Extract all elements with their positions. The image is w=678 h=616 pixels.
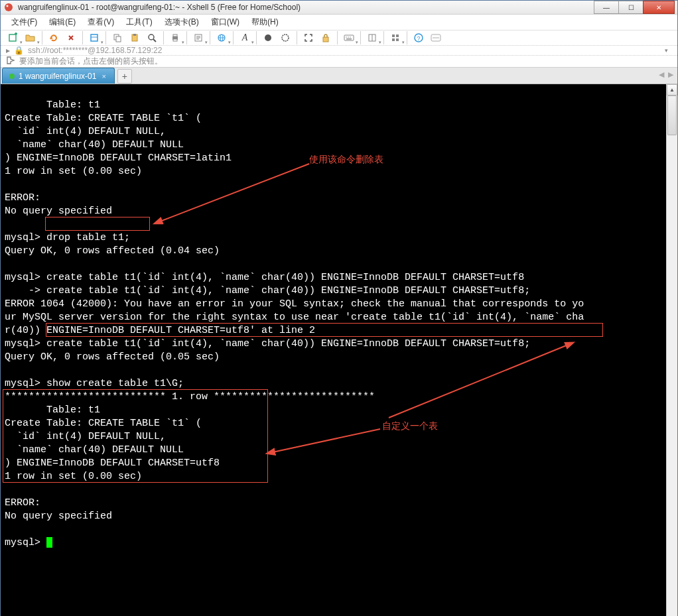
window-title: wangruifenglinux-01 - root@wangruifeng-0… <box>18 3 594 12</box>
info-bar: 要添加当前会话，点击左侧的箭头按钮。 <box>1 56 677 68</box>
terminal-line: mysql> <box>5 537 46 548</box>
terminal-line: Table: t1 <box>5 404 100 416</box>
annotation-2: 自定义一个表 <box>382 419 438 432</box>
session-tab[interactable]: 1 wangruifenglinux-01 × <box>2 68 115 84</box>
paste-icon[interactable] <box>127 31 142 45</box>
svg-point-0 <box>5 3 13 11</box>
properties-icon[interactable] <box>87 31 102 45</box>
scroll-track[interactable] <box>667 95 677 616</box>
terminal-line: ERROR: <box>5 497 40 509</box>
svg-point-21 <box>282 34 289 41</box>
menu-tools[interactable]: 工具(T) <box>121 15 157 30</box>
svg-rect-5 <box>91 34 98 41</box>
annotation-1: 使用该命令删除表 <box>309 153 383 166</box>
toolbar-separator <box>82 31 83 44</box>
toolbar-separator <box>407 31 407 44</box>
info-text: 要添加当前会话，点击左侧的箭头按钮。 <box>19 56 163 67</box>
terminal-line: mysql> create table t1(`id` int(4), `nam… <box>5 272 524 283</box>
toolbar-separator <box>186 31 187 44</box>
menu-file[interactable]: 文件(F) <box>6 15 42 30</box>
terminal[interactable]: Table: t1 Create Table: CREATE TABLE `t1… <box>1 84 666 616</box>
toolbar-separator <box>163 31 164 44</box>
highlight-icon[interactable] <box>278 31 293 45</box>
add-session-icon[interactable]: ▸ <box>6 46 10 55</box>
tab-next-icon[interactable]: ▶ <box>668 70 673 79</box>
svg-point-25 <box>348 36 349 38</box>
disconnect-icon[interactable] <box>64 31 78 45</box>
scroll-thumb[interactable] <box>667 95 677 135</box>
find-icon[interactable] <box>145 31 159 45</box>
lock-icon[interactable] <box>318 31 333 45</box>
app-icon <box>3 2 14 13</box>
terminal-line: `id` int(4) DEFAULT NULL, <box>5 431 166 442</box>
terminal-line: mysql> create table t1(`id` int(4), `nam… <box>5 338 530 349</box>
arrow-1 <box>150 160 316 227</box>
copy-icon[interactable] <box>110 31 125 45</box>
toolbar-separator <box>105 31 106 44</box>
menu-view[interactable]: 查看(V) <box>82 15 119 30</box>
scrollbar[interactable]: ▲ ▼ <box>666 84 677 616</box>
svg-rect-14 <box>173 34 177 36</box>
toolbar-separator <box>256 31 257 44</box>
svg-point-24 <box>346 36 347 38</box>
svg-rect-15 <box>173 39 177 41</box>
lock-small-icon: 🔒 <box>14 46 24 55</box>
svg-rect-32 <box>392 38 395 41</box>
tab-prev-icon[interactable]: ◀ <box>659 70 664 79</box>
window-controls: — ☐ ✕ <box>594 1 675 14</box>
tab-bar: 1 wangruifenglinux-01 × + ◀ ▶ <box>1 68 677 84</box>
new-tab-button[interactable]: + <box>117 69 132 84</box>
maximize-button[interactable]: ☐ <box>618 1 644 14</box>
arrow-2 <box>382 339 581 422</box>
terminal-line: `name` char(40) DEFAULT NULL <box>5 444 184 456</box>
open-icon[interactable] <box>23 31 38 45</box>
help-icon[interactable]: ? <box>411 31 426 45</box>
menu-window[interactable]: 窗口(W) <box>206 15 245 30</box>
tab-close-icon[interactable]: × <box>100 72 107 80</box>
svg-point-20 <box>265 34 271 41</box>
layout-icon[interactable] <box>365 31 379 45</box>
menu-edit[interactable]: 编辑(E) <box>44 15 81 30</box>
address-text[interactable]: ssh://root:********@192.168.57.129:22 <box>28 46 657 55</box>
view-mode-icon[interactable] <box>388 31 403 45</box>
menu-help[interactable]: 帮助(H) <box>246 15 284 30</box>
script-icon[interactable] <box>191 31 206 45</box>
terminal-line: Create Table: CREATE TABLE `t1` ( <box>5 418 202 429</box>
close-button[interactable]: ✕ <box>643 1 675 14</box>
menubar: 文件(F) 编辑(E) 查看(V) 工具(T) 选项卡(B) 窗口(W) 帮助(… <box>1 15 677 31</box>
toolbar-separator <box>297 31 297 44</box>
globe-icon[interactable] <box>214 31 229 45</box>
address-bar[interactable]: ▸ 🔒 ssh://root:********@192.168.57.129:2… <box>1 46 677 56</box>
svg-rect-23 <box>344 35 354 40</box>
address-dropdown-icon[interactable]: ▾ <box>661 47 672 54</box>
new-session-icon[interactable] <box>6 31 21 45</box>
print-icon[interactable] <box>168 31 182 45</box>
svg-line-38 <box>389 345 568 418</box>
reconnect-icon[interactable] <box>46 31 61 45</box>
tab-label: 1 wangruifenglinux-01 <box>19 72 96 81</box>
terminal-area: Table: t1 Create Table: CREATE TABLE `t1… <box>1 84 677 616</box>
about-icon[interactable] <box>429 31 443 45</box>
svg-line-37 <box>160 164 309 221</box>
titlebar[interactable]: wangruifenglinux-01 - root@wangruifeng-0… <box>1 1 677 15</box>
fullscreen-icon[interactable] <box>301 31 316 45</box>
svg-point-26 <box>350 36 351 38</box>
color-scheme-icon[interactable] <box>261 31 275 45</box>
toolbar-separator <box>233 31 234 44</box>
status-dot-icon <box>9 74 15 79</box>
scroll-up-icon[interactable]: ▲ <box>667 84 677 95</box>
terminal-line: 1 row in set (0.00 sec) <box>5 471 142 482</box>
font-icon[interactable]: A <box>237 31 252 45</box>
bookmark-arrow-icon[interactable] <box>6 56 15 67</box>
terminal-line: r(40)) ENGINE=InnoDB DEFAULT CHARSET=utf… <box>5 325 315 336</box>
arrow-3 <box>266 426 385 459</box>
menu-tabs[interactable]: 选项卡(B) <box>159 15 204 30</box>
terminal-line: ur MySQL server version for the right sy… <box>5 312 584 323</box>
keyboard-icon[interactable] <box>342 31 356 45</box>
minimize-button[interactable]: — <box>594 1 619 14</box>
cursor <box>46 537 52 548</box>
svg-rect-10 <box>133 34 136 36</box>
toolbar-separator <box>383 31 384 44</box>
terminal-line: Create Table: CREATE TABLE `t1` ( <box>5 113 202 124</box>
svg-point-1 <box>7 5 9 7</box>
